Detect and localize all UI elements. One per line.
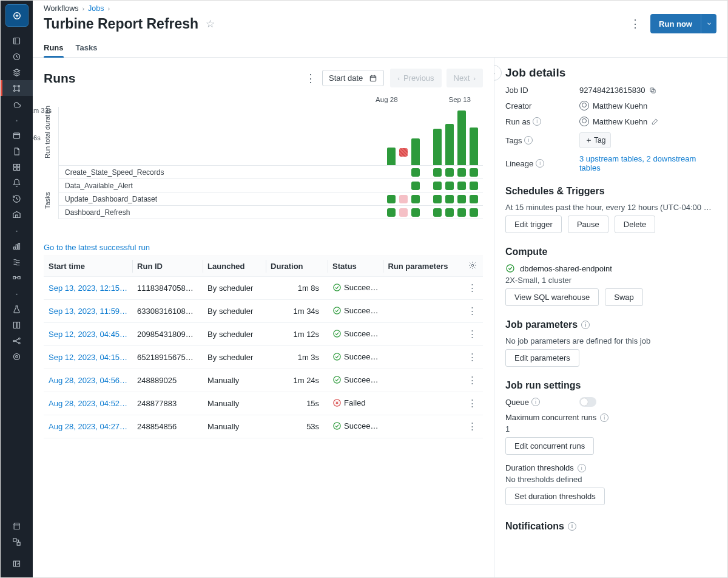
task-cell[interactable]	[399, 195, 408, 203]
duration-bar[interactable]	[470, 127, 478, 165]
nav-data-icon[interactable]	[1, 238, 33, 254]
task-cell[interactable]	[457, 182, 466, 190]
runs-more-menu[interactable]: ⋮	[305, 73, 316, 84]
queue-toggle[interactable]	[579, 397, 596, 407]
swap-button[interactable]: Swap	[605, 288, 643, 306]
view-sql-warehouse-button[interactable]: View SQL warehouse	[505, 288, 599, 306]
run-start-link[interactable]: Sep 12, 2023, 04:45…	[49, 330, 127, 339]
edit-trigger-button[interactable]: Edit trigger	[505, 216, 562, 233]
tab-tasks[interactable]: Tasks	[76, 38, 98, 57]
nav-sql-editor-icon[interactable]	[1, 127, 33, 143]
prev-page-button[interactable]: ‹ Previous	[390, 69, 441, 87]
nav-queries-icon[interactable]	[1, 143, 33, 159]
info-icon[interactable]: i	[531, 398, 540, 406]
task-cell[interactable]	[470, 182, 478, 190]
row-more-menu[interactable]: ⋮	[462, 369, 483, 392]
copy-icon[interactable]	[649, 86, 657, 95]
favorite-star-icon[interactable]: ☆	[206, 18, 215, 30]
nav-warehouses-icon[interactable]	[1, 206, 33, 222]
task-cell[interactable]	[387, 195, 396, 203]
table-settings-button[interactable]	[462, 256, 483, 277]
task-cell[interactable]	[457, 208, 466, 217]
run-start-link[interactable]: Aug 28, 2023, 04:52…	[49, 399, 127, 408]
run-start-link[interactable]: Sep 13, 2023, 12:15…	[49, 284, 127, 293]
edit-icon[interactable]	[651, 117, 659, 126]
task-cell[interactable]	[445, 168, 454, 177]
info-icon[interactable]: i	[600, 413, 608, 422]
pause-button[interactable]: Pause	[568, 216, 608, 233]
duration-bar[interactable]	[387, 148, 396, 165]
task-cell[interactable]	[433, 182, 442, 190]
duration-bar[interactable]	[411, 138, 420, 165]
run-now-dropdown[interactable]	[701, 14, 716, 33]
task-cell[interactable]	[457, 195, 466, 203]
add-tag-button[interactable]: ＋Tag	[579, 132, 611, 148]
task-cell[interactable]	[433, 208, 442, 217]
run-start-link[interactable]: Sep 13, 2023, 11:59…	[49, 307, 127, 316]
info-icon[interactable]: i	[524, 136, 533, 144]
task-cell[interactable]	[457, 168, 466, 177]
nav-dashboards-icon[interactable]	[1, 159, 33, 175]
task-cell[interactable]	[411, 208, 420, 217]
col-status[interactable]: Status	[328, 256, 383, 277]
info-icon[interactable]: i	[578, 464, 586, 472]
task-cell[interactable]	[411, 168, 420, 177]
task-cell[interactable]	[399, 208, 408, 217]
set-duration-button[interactable]: Set duration thresholds	[505, 488, 605, 505]
row-more-menu[interactable]: ⋮	[462, 392, 483, 415]
breadcrumb-workflows[interactable]: Workflows	[44, 4, 78, 13]
col-duration[interactable]: Duration	[266, 256, 328, 277]
duration-bar[interactable]	[433, 129, 442, 165]
col-parameters[interactable]: Run parameters	[383, 256, 462, 277]
latest-successful-link[interactable]: Go to the latest successful run	[44, 243, 150, 252]
delete-button[interactable]: Delete	[615, 216, 656, 233]
nav-workspace-icon[interactable]	[1, 33, 33, 49]
info-icon[interactable]: i	[533, 117, 541, 126]
task-cell[interactable]	[470, 208, 478, 217]
col-start-time[interactable]: Start time	[44, 256, 132, 277]
row-more-menu[interactable]: ⋮	[462, 300, 483, 323]
nav-collapse-icon[interactable]	[1, 549, 33, 577]
edit-concurrent-runs-button[interactable]: Edit concurrent runs	[505, 437, 594, 455]
task-cell[interactable]	[445, 208, 454, 217]
run-start-link[interactable]: Sep 12, 2023, 04:15…	[49, 353, 127, 362]
duration-bar[interactable]	[399, 157, 408, 165]
info-icon[interactable]: i	[581, 321, 590, 329]
nav-history-icon[interactable]	[1, 191, 33, 206]
row-more-menu[interactable]: ⋮	[462, 277, 483, 300]
job-more-menu[interactable]: ⋮	[630, 18, 641, 29]
task-cell[interactable]	[470, 195, 478, 203]
task-cell[interactable]	[411, 195, 420, 203]
nav-alerts-icon[interactable]	[1, 175, 33, 191]
nav-serving-icon[interactable]	[1, 348, 33, 364]
next-page-button[interactable]: Next ›	[447, 69, 483, 87]
nav-compute-icon[interactable]	[1, 96, 33, 112]
nav-experiments-icon[interactable]	[1, 301, 33, 317]
run-start-link[interactable]: Aug 28, 2023, 04:27…	[49, 422, 127, 431]
task-cell[interactable]	[445, 182, 454, 190]
col-run-id[interactable]: Run ID	[132, 256, 203, 277]
start-date-picker[interactable]: Start date	[322, 70, 384, 86]
row-more-menu[interactable]: ⋮	[462, 323, 483, 346]
nav-models-icon[interactable]	[1, 333, 33, 348]
nav-marketplace-icon[interactable]	[1, 518, 33, 534]
task-cell[interactable]	[387, 208, 396, 217]
row-more-menu[interactable]: ⋮	[462, 346, 483, 369]
nav-workflows-icon[interactable]	[1, 80, 33, 96]
nav-features-icon[interactable]	[1, 317, 33, 333]
task-cell[interactable]	[433, 168, 442, 177]
task-cell[interactable]	[411, 182, 420, 190]
row-more-menu[interactable]: ⋮	[462, 415, 483, 438]
task-cell[interactable]	[445, 195, 454, 203]
nav-ingest-icon[interactable]	[1, 254, 33, 270]
duration-bar[interactable]	[457, 110, 466, 165]
lineage-link[interactable]: 3 upstream tables, 2 downstream tables	[579, 154, 716, 172]
duration-bar[interactable]	[445, 124, 454, 165]
task-cell[interactable]	[470, 168, 478, 177]
run-start-link[interactable]: Aug 28, 2023, 04:56…	[49, 376, 127, 385]
breadcrumb-jobs[interactable]: Jobs	[88, 4, 104, 13]
info-icon[interactable]: i	[568, 522, 576, 531]
nav-partner-icon[interactable]	[1, 534, 33, 549]
tab-runs[interactable]: Runs	[44, 38, 64, 57]
run-now-button[interactable]: Run now	[650, 14, 701, 33]
